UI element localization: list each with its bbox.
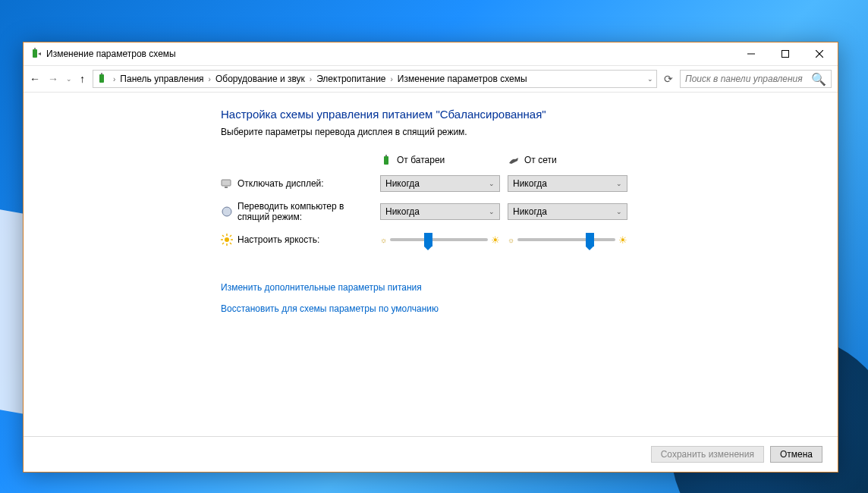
sun-icon [221,234,233,246]
svg-line-20 [230,235,231,237]
up-button[interactable]: ↑ [80,73,85,85]
svg-rect-1 [34,48,36,49]
save-button: Сохранить изменения [651,446,764,463]
battery-icon [380,154,392,166]
display-off-plugged-select[interactable]: Никогда⌄ [508,175,627,192]
sleep-plugged-select[interactable]: Никогда⌄ [508,203,627,220]
svg-line-21 [222,243,224,244]
maximize-button[interactable] [768,42,802,65]
settings-grid: От батареи От сети Отключать дисплей: Ни… [221,154,838,248]
power-plan-icon [96,73,108,85]
monitor-icon [221,177,233,190]
search-box[interactable]: 🔍 [680,70,832,88]
titlebar: Изменение параметров схемы [24,42,838,65]
column-battery: От батареи [380,154,500,166]
close-button[interactable] [802,42,836,65]
svg-rect-7 [101,73,102,74]
brightness-battery-slider[interactable]: ☼ ☀ [380,231,500,248]
search-input[interactable] [685,74,811,84]
page-heading: Настройка схемы управления питанием "Сба… [221,108,838,121]
svg-point-12 [222,207,231,216]
svg-rect-3 [782,51,788,58]
nav-bar: ← → ⌄ ↑ › Панель управления › Оборудован… [24,65,838,93]
refresh-button[interactable]: ⟳ [660,70,677,88]
page-subtitle: Выберите параметры перевода дисплея в сп… [221,127,838,137]
row-display-off-label: Отключать дисплей: [221,177,373,190]
window: Изменение параметров схемы ← → ⌄ ↑ › Пан… [23,42,838,473]
back-button[interactable]: ← [30,73,40,85]
svg-point-13 [225,237,229,242]
column-plugged: От сети [508,154,627,166]
svg-rect-0 [33,49,37,58]
svg-rect-8 [384,156,388,165]
forward-button: → [48,73,58,85]
sun-high-icon: ☀ [618,234,627,246]
svg-line-18 [222,235,224,237]
row-brightness-label: Настроить яркость: [221,234,373,246]
footer: Сохранить изменения Отмена [24,436,838,472]
svg-rect-6 [99,74,104,83]
breadcrumb-item[interactable]: Электропитание [316,74,385,84]
address-bar[interactable]: › Панель управления › Оборудование и зву… [93,70,657,88]
svg-rect-9 [385,155,387,156]
search-icon: 🔍 [811,72,826,86]
content-pane: Настройка схемы управления питанием "Сба… [24,93,838,436]
svg-rect-11 [225,187,228,188]
brightness-plugged-slider[interactable]: ☼ ☀ [508,231,627,248]
display-off-battery-select[interactable]: Никогда⌄ [380,175,500,192]
svg-line-19 [230,243,231,244]
breadcrumb-item[interactable]: Панель управления [120,74,203,84]
sun-low-icon: ☼ [380,236,387,244]
window-title: Изменение параметров схемы [46,49,734,59]
cancel-button[interactable]: Отмена [770,446,822,463]
minimize-button[interactable] [734,42,768,65]
restore-defaults-link[interactable]: Восстановить для схемы параметры по умол… [221,303,838,314]
recent-dropdown[interactable]: ⌄ [66,75,72,83]
address-dropdown[interactable]: ⌄ [647,75,653,83]
power-plan-icon [30,48,42,60]
moon-icon [221,206,233,218]
row-sleep-label: Переводить компьютер в спящий режим: [221,201,373,222]
links-section: Изменить дополнительные параметры питани… [221,282,838,314]
plug-icon [508,154,520,166]
sun-low-icon: ☼ [508,236,514,244]
breadcrumb-item[interactable]: Оборудование и звук [215,74,305,84]
svg-rect-10 [222,180,231,186]
sun-high-icon: ☀ [491,234,500,246]
breadcrumb-item[interactable]: Изменение параметров схемы [398,74,527,84]
sleep-battery-select[interactable]: Никогда⌄ [380,203,500,220]
advanced-settings-link[interactable]: Изменить дополнительные параметры питани… [221,282,838,293]
